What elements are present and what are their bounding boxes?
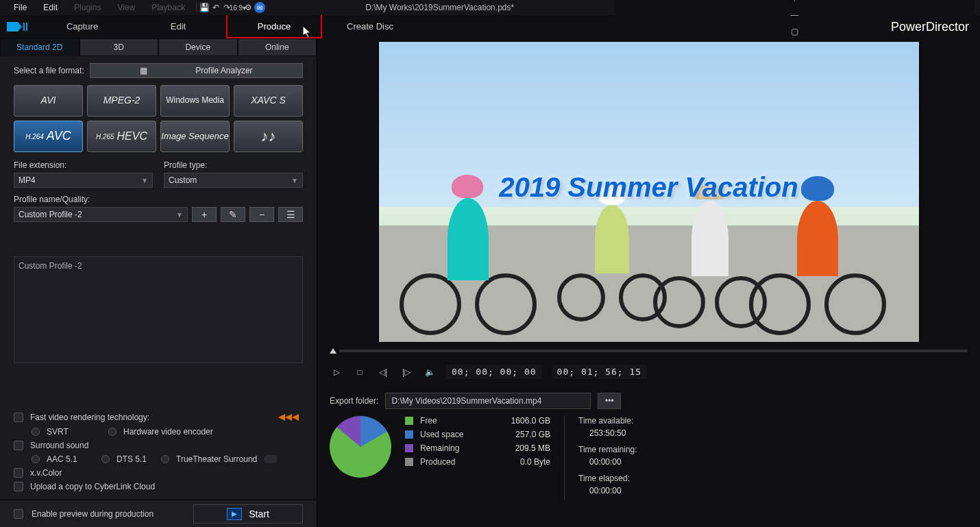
start-label: Start [249, 508, 269, 519]
svrt-label: SVRT [47, 427, 101, 437]
profile-analyzer-button[interactable]: ▦ Profile Analyzer [90, 63, 303, 78]
enable-preview-checkbox[interactable] [14, 509, 23, 519]
legend-swatch-used [405, 430, 413, 439]
notification-icon[interactable]: ✉ [254, 2, 265, 13]
time-available-value: 253:50:50 [578, 428, 637, 438]
truetheater-icon [264, 455, 278, 463]
velocity-icon [277, 412, 303, 423]
tab-produce[interactable]: Produce [226, 15, 322, 38]
legend-free-value: 1606.0 GB [489, 416, 550, 426]
profile-name-value: Custom Profile -2 [19, 210, 82, 219]
menu-playback[interactable]: Playback [143, 3, 193, 12]
surround-checkbox[interactable] [14, 441, 23, 450]
start-button[interactable]: ▶ Start [193, 504, 303, 524]
preview-title-overlay: 2019 Summer Vacation [379, 172, 919, 203]
profile-add-button[interactable]: + [192, 207, 217, 222]
stop-icon[interactable]: □ [353, 365, 367, 379]
start-icon: ▶ [227, 508, 242, 520]
menu-file[interactable]: File [5, 3, 35, 12]
xvcolor-checkbox[interactable] [14, 468, 23, 478]
time-remaining-label: Time remaining: [578, 445, 637, 454]
tab-produce-label: Produce [258, 21, 291, 32]
menu-plugins[interactable]: Plugins [66, 3, 109, 12]
legend-free-label: Free [420, 416, 482, 426]
upload-cloud-checkbox[interactable] [14, 482, 23, 491]
svg-rect-1 [26, 23, 27, 31]
hw-encoder-label: Hardware video encoder [123, 427, 213, 437]
export-folder-label: Export folder: [330, 396, 378, 406]
time-stats: Time available: 253:50:50 Time remaining… [564, 416, 637, 500]
file-extension-value: MP4 [19, 175, 36, 185]
time-available-label: Time available: [578, 416, 637, 426]
upload-cloud-label: Upload a copy to CyberLink Cloud [30, 482, 155, 491]
maximize-icon[interactable]: ▢ [789, 26, 800, 37]
subtab-standard-2d[interactable]: Standard 2D [0, 38, 79, 56]
prev-frame-icon[interactable]: ◁| [376, 365, 390, 379]
format-avi[interactable]: AVI [14, 85, 83, 117]
subtab-3d[interactable]: 3D [79, 38, 159, 56]
format-h264-avc[interactable]: H.264 H.264 AVCAVC [14, 121, 83, 152]
fast-render-checkbox[interactable] [14, 413, 23, 422]
hw-encoder-radio[interactable] [108, 428, 117, 436]
next-frame-icon[interactable]: |▷ [400, 365, 413, 379]
profile-name-label: Profile name/Quality: [14, 195, 303, 204]
format-audio[interactable]: ♪♪ [234, 121, 303, 152]
legend-produced-value: 0.0 Byte [489, 457, 550, 467]
profile-type-select[interactable]: Custom ▼ [164, 173, 303, 188]
dts-radio[interactable] [101, 455, 110, 463]
brand-label: PowerDirector [891, 20, 980, 34]
play-icon[interactable]: ▷ [330, 365, 343, 379]
file-extension-select[interactable]: MP4 ▼ [14, 173, 153, 188]
profile-description-text: Custom Profile -2 [19, 261, 82, 271]
minimize-icon[interactable]: — [789, 10, 800, 21]
chevron-down-icon: ▼ [176, 211, 183, 219]
menubar: File Edit Plugins View Playback 💾 ↶ ↷ 16… [0, 0, 980, 15]
subtab-device[interactable]: Device [158, 38, 238, 56]
format-xavcs[interactable]: XAVC S [234, 85, 303, 117]
tab-edit[interactable]: Edit [130, 15, 226, 38]
svrt-radio[interactable] [32, 428, 40, 436]
playback-controls: ▷ □ ◁| |▷ 🔈 00; 00; 00; 00 00; 01; 56; 1… [330, 365, 968, 379]
file-extension-label: File extension: [14, 160, 153, 170]
profile-edit-button[interactable]: ✎ [221, 207, 245, 222]
aspect-icon[interactable]: 16:9▾ [232, 2, 243, 13]
profile-name-select[interactable]: Custom Profile -2 ▼ [14, 207, 188, 222]
save-icon[interactable]: 💾 [199, 2, 210, 13]
undo-icon[interactable]: ↶ [210, 2, 221, 13]
svg-rect-0 [23, 23, 25, 31]
gear-icon[interactable]: ⚙ [243, 2, 254, 13]
legend-remaining-label: Remaining [420, 443, 482, 453]
help-icon[interactable]: ? [789, 0, 800, 4]
disk-usage-pie [330, 416, 391, 478]
subtab-online[interactable]: Online [238, 38, 317, 56]
tab-create-disc[interactable]: Create Disc [322, 15, 418, 38]
format-h265-hevc[interactable]: H.265 HEVC [87, 121, 156, 152]
video-preview[interactable]: 2019 Summer Vacation [378, 41, 920, 343]
tab-capture[interactable]: Capture [34, 15, 130, 38]
time-remaining-value: 00:00:00 [578, 457, 637, 467]
seek-thumb-icon[interactable] [330, 348, 336, 354]
browse-folder-button[interactable]: ••• [598, 393, 621, 409]
truetheater-radio[interactable] [161, 455, 169, 463]
analyzer-icon: ▦ [140, 66, 147, 75]
menu-edit[interactable]: Edit [35, 3, 66, 12]
app-logo [0, 15, 34, 38]
format-mpeg2[interactable]: MPEG-2 [87, 85, 156, 117]
select-format-label: Select a file format: [14, 66, 84, 75]
export-folder-input[interactable] [385, 393, 591, 409]
menu-view[interactable]: View [109, 3, 143, 12]
volume-icon[interactable]: 🔈 [423, 365, 437, 379]
profile-details-button[interactable]: ☰ [278, 207, 303, 222]
legend-produced-label: Produced [420, 457, 482, 467]
profile-type-label: Profile type: [164, 160, 303, 170]
profile-delete-button[interactable]: − [249, 207, 274, 222]
fast-render-label: Fast video rendering technology: [30, 413, 149, 422]
seek-bar[interactable] [330, 348, 968, 354]
legend-used-label: Used space [420, 430, 482, 439]
cursor-icon [303, 26, 311, 38]
aac-radio[interactable] [32, 455, 40, 463]
format-image-sequence[interactable]: Image Sequence [160, 121, 230, 152]
seek-track[interactable] [339, 350, 968, 352]
dts-label: DTS 5.1 [117, 454, 154, 464]
format-windows-media[interactable]: Windows Media [160, 85, 230, 117]
